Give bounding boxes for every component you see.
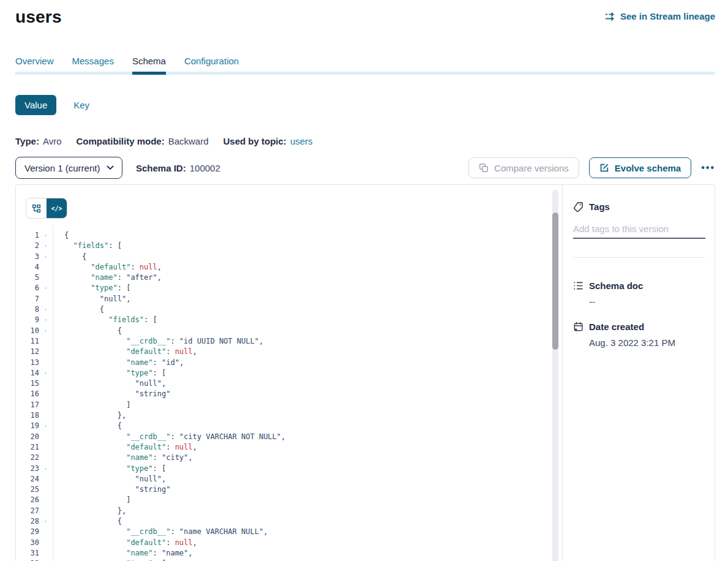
caret-spacer: [39, 495, 52, 505]
code-line-14: 14▾ "type": [: [16, 368, 562, 378]
schema-id-label: Schema ID:: [136, 163, 186, 173]
collapse-caret-icon[interactable]: ▾: [39, 368, 52, 378]
tree-view-icon: [32, 204, 41, 213]
key-toggle-link[interactable]: Key: [73, 100, 89, 110]
line-number: 2: [16, 241, 39, 251]
collapse-caret-icon[interactable]: ▾: [39, 230, 52, 241]
edit-icon: [599, 163, 609, 173]
tab-overview[interactable]: Overview: [15, 56, 54, 75]
collapse-caret-icon[interactable]: ▾: [39, 421, 52, 431]
collapse-caret-icon[interactable]: ▾: [39, 559, 52, 561]
line-number: 30: [16, 538, 39, 548]
code-text: "default": null,: [64, 442, 197, 453]
code-text: "fields": [: [64, 241, 122, 251]
code-text: "type": [: [64, 283, 130, 293]
caret-spacer: [39, 262, 52, 273]
schema-doc-value: --: [589, 296, 705, 307]
meta-topic-value[interactable]: users: [290, 136, 313, 146]
meta-topic: Used by topic:users: [223, 136, 313, 146]
caret-spacer: [39, 378, 52, 389]
line-number: 5: [16, 273, 39, 283]
code-line-9: 9▾ "fields": [: [16, 315, 562, 325]
caret-spacer: [39, 389, 52, 399]
code-text: "string": [64, 484, 170, 495]
caret-spacer: [39, 400, 52, 410]
caret-spacer: [39, 548, 52, 559]
code-text: },: [64, 410, 126, 421]
code-line-1: 1▾{: [16, 230, 562, 241]
code-line-25: 25 "string": [16, 484, 562, 495]
more-actions-button[interactable]: •••: [701, 160, 715, 176]
code-line-24: 24 "null",: [16, 474, 562, 484]
line-number: 8: [16, 304, 39, 315]
tab-configuration[interactable]: Configuration: [184, 56, 239, 75]
scrollbar-thumb[interactable]: [552, 213, 558, 350]
code-text: "default": null,: [64, 538, 197, 548]
caret-spacer: [39, 273, 52, 283]
line-number: 24: [16, 474, 39, 484]
code-line-15: 15 "null",: [16, 378, 562, 389]
version-select[interactable]: Version 1 (current): [15, 157, 122, 179]
date-created-heading: Date created: [573, 322, 705, 332]
stream-lineage-link[interactable]: See in Stream lineage: [605, 11, 715, 21]
line-number: 25: [16, 484, 39, 495]
line-number: 4: [16, 262, 39, 273]
code-line-31: 31 "name": "name",: [16, 548, 562, 559]
collapse-caret-icon[interactable]: ▾: [39, 326, 52, 336]
code-line-22: 22 "name": "city",: [16, 453, 562, 463]
tab-schema[interactable]: Schema: [132, 56, 166, 75]
caret-spacer: [39, 347, 52, 357]
meta-compatibility-label: Compatibility mode:: [76, 136, 164, 146]
compare-icon: [479, 163, 489, 173]
stream-lineage-icon: [605, 12, 616, 21]
line-number: 3: [16, 252, 39, 262]
meta-row: Type:AvroCompatibility mode:BackwardUsed…: [15, 136, 728, 146]
caret-spacer: [39, 453, 52, 463]
caret-spacer: [39, 506, 52, 516]
collapse-caret-icon[interactable]: ▾: [39, 315, 52, 325]
line-number: 14: [16, 368, 39, 378]
code-pane: </> 1▾{2▾ "fields": [3▾ {4 "default": nu…: [16, 185, 562, 561]
code-text: "default": null,: [64, 347, 197, 357]
tabs: OverviewMessagesSchemaConfiguration: [15, 56, 715, 75]
value-toggle-button[interactable]: Value: [15, 95, 56, 115]
evolve-schema-button[interactable]: Evolve schema: [589, 157, 691, 178]
compare-versions-button[interactable]: Compare versions: [468, 157, 579, 178]
caret-spacer: [39, 336, 52, 347]
collapse-caret-icon[interactable]: ▾: [39, 252, 52, 262]
line-number: 28: [16, 516, 39, 527]
code-line-5: 5 "name": "after",: [16, 273, 562, 283]
collapse-caret-icon[interactable]: ▾: [39, 283, 52, 293]
code-line-23: 23▾ "type": [: [16, 464, 562, 474]
caret-spacer: [39, 410, 52, 421]
date-created-heading-label: Date created: [589, 322, 644, 332]
compare-versions-label: Compare versions: [494, 163, 569, 173]
code-line-28: 28▾ {: [16, 516, 562, 527]
code-text: "string": [64, 389, 170, 399]
caret-spacer: [39, 442, 52, 453]
code-text: "name": "after",: [64, 273, 162, 283]
code-text: "type": [: [64, 559, 166, 561]
code-text: {: [64, 304, 104, 315]
line-number: 27: [16, 506, 39, 516]
meta-compatibility: Compatibility mode:Backward: [76, 136, 208, 146]
collapse-caret-icon[interactable]: ▾: [39, 304, 52, 315]
tags-input[interactable]: Add tags to this version: [573, 224, 705, 239]
tree-view-button[interactable]: [26, 198, 47, 218]
schema-id-value: 100002: [190, 163, 220, 173]
code-line-13: 13 "name": "id",: [16, 358, 562, 368]
code-view-button[interactable]: </>: [47, 198, 67, 218]
code-line-10: 10▾ {: [16, 326, 562, 336]
tag-icon: [573, 201, 584, 212]
version-row: Version 1 (current) Schema ID: 100002 Co…: [15, 157, 715, 179]
scrollbar-track[interactable]: [552, 190, 558, 561]
collapse-caret-icon[interactable]: ▾: [39, 516, 52, 527]
caret-spacer: [39, 358, 52, 368]
line-number: 12: [16, 347, 39, 357]
tab-messages[interactable]: Messages: [72, 56, 114, 75]
collapse-caret-icon[interactable]: ▾: [39, 241, 52, 251]
tabbar: OverviewMessagesSchemaConfiguration: [15, 56, 715, 75]
code-line-7: 7 "null",: [16, 294, 562, 304]
collapse-caret-icon[interactable]: ▾: [39, 464, 52, 474]
list-icon: [573, 280, 584, 291]
